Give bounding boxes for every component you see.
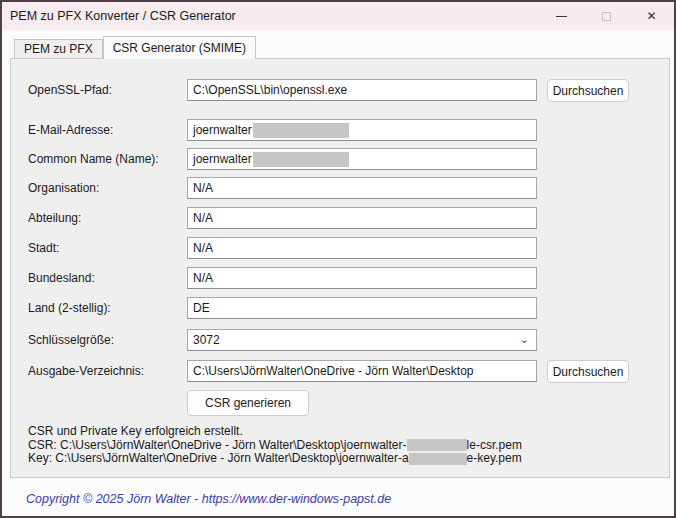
- organisation-input[interactable]: N/A: [187, 177, 537, 199]
- department-row: Abteilung: N/A: [11, 207, 669, 230]
- email-row: E-Mail-Adresse: joernwalter: [11, 119, 669, 142]
- city-row: Stadt: N/A: [11, 237, 669, 260]
- organisation-row: Organisation: N/A: [11, 177, 669, 200]
- status-line-csr: CSR: C:\Users\JörnWalter\OneDrive - Jörn…: [28, 439, 522, 453]
- chevron-down-icon: ⌄: [520, 333, 529, 346]
- department-label: Abteilung:: [28, 211, 81, 225]
- email-input[interactable]: joernwalter: [187, 119, 537, 141]
- redaction-block: [253, 152, 349, 167]
- tab-pem-zu-pfx[interactable]: PEM zu PFX: [14, 39, 103, 58]
- status-line-key: Key: C:\Users\JörnWalter\OneDrive - Jörn…: [28, 452, 522, 466]
- key-size-row: Schlüsselgröße: 3072 ⌄: [11, 329, 669, 352]
- country-value: DE: [193, 301, 210, 315]
- tab-csr-generator[interactable]: CSR Generator (SMIME): [103, 36, 256, 59]
- generate-csr-button[interactable]: CSR generieren: [187, 390, 309, 416]
- copyright-link[interactable]: Copyright © 2025 Jörn Walter - https://w…: [26, 492, 391, 506]
- department-input[interactable]: N/A: [187, 207, 537, 229]
- tab-strip: PEM zu PFX CSR Generator (SMIME): [14, 36, 256, 58]
- redaction-block: [253, 123, 349, 138]
- openssl-path-value: C:\OpenSSL\bin\openssl.exe: [193, 83, 347, 97]
- maximize-icon: [602, 12, 611, 21]
- city-input[interactable]: N/A: [187, 237, 537, 259]
- common-name-label: Common Name (Name):: [28, 152, 159, 166]
- organisation-label: Organisation:: [28, 181, 99, 195]
- window-title: PEM zu PFX Konverter / CSR Generator: [10, 2, 236, 30]
- output-dir-label: Ausgabe-Verzeichnis:: [28, 364, 144, 378]
- common-name-row: Common Name (Name): joernwalter: [11, 148, 669, 171]
- close-icon: ✕: [646, 2, 656, 30]
- common-name-value: joernwalter: [193, 152, 252, 166]
- output-dir-value: C:\Users\JörnWalter\OneDrive - Jörn Walt…: [193, 364, 474, 378]
- city-value: N/A: [193, 241, 213, 255]
- city-label: Stadt:: [28, 241, 59, 255]
- state-row: Bundesland: N/A: [11, 267, 669, 290]
- status-line-success: CSR und Private Key erfolgreich erstellt…: [28, 425, 522, 439]
- country-label: Land (2-stellig):: [28, 301, 111, 315]
- organisation-value: N/A: [193, 181, 213, 195]
- status-message: CSR und Private Key erfolgreich erstellt…: [28, 425, 522, 466]
- output-dir-browse-button[interactable]: Durchsuchen: [547, 360, 629, 383]
- caption-buttons: ✕: [539, 2, 674, 30]
- state-value: N/A: [193, 271, 213, 285]
- openssl-path-row: OpenSSL-Pfad: C:\OpenSSL\bin\openssl.exe…: [11, 79, 669, 102]
- output-dir-row: Ausgabe-Verzeichnis: C:\Users\JörnWalter…: [11, 360, 669, 383]
- redaction-block: [407, 439, 467, 451]
- department-value: N/A: [193, 211, 213, 225]
- openssl-browse-button[interactable]: Durchsuchen: [547, 79, 629, 102]
- openssl-path-label: OpenSSL-Pfad:: [28, 83, 112, 97]
- country-row: Land (2-stellig): DE: [11, 297, 669, 320]
- maximize-button[interactable]: [584, 2, 629, 30]
- state-label: Bundesland:: [28, 271, 95, 285]
- redaction-block: [409, 453, 467, 465]
- titlebar: PEM zu PFX Konverter / CSR Generator ✕: [2, 2, 674, 30]
- country-input[interactable]: DE: [187, 297, 537, 319]
- openssl-path-input[interactable]: C:\OpenSSL\bin\openssl.exe: [187, 79, 537, 101]
- email-label: E-Mail-Adresse:: [28, 123, 113, 137]
- common-name-input[interactable]: joernwalter: [187, 148, 537, 170]
- email-value: joernwalter: [193, 123, 252, 137]
- output-dir-input[interactable]: C:\Users\JörnWalter\OneDrive - Jörn Walt…: [187, 360, 537, 382]
- close-button[interactable]: ✕: [629, 2, 674, 30]
- minimize-icon: [556, 16, 567, 17]
- key-size-dropdown[interactable]: 3072 ⌄: [187, 329, 537, 351]
- app-window: PEM zu PFX Konverter / CSR Generator ✕ P…: [0, 0, 676, 518]
- minimize-button[interactable]: [539, 2, 584, 30]
- key-size-value: 3072: [193, 333, 220, 347]
- key-size-label: Schlüsselgröße:: [28, 333, 114, 347]
- state-input[interactable]: N/A: [187, 267, 537, 289]
- csr-generator-panel: OpenSSL-Pfad: C:\OpenSSL\bin\openssl.exe…: [10, 58, 670, 478]
